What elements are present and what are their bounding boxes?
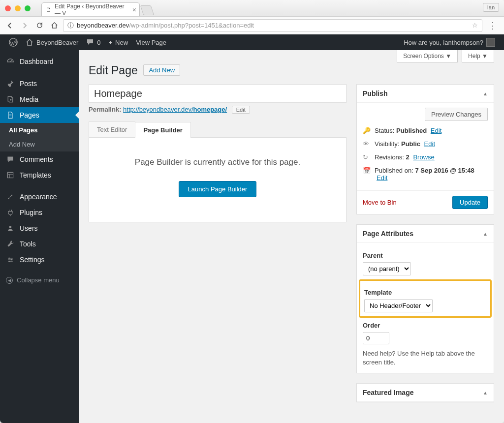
menu-posts[interactable]: Posts: [0, 76, 79, 91]
admin-sidebar: Dashboard Posts Media Pages All Pages Ad…: [0, 50, 79, 423]
screen-options-button[interactable]: Screen Options ▼: [397, 50, 458, 62]
move-to-bin-link[interactable]: Move to Bin: [363, 199, 397, 206]
order-input[interactable]: [363, 332, 389, 344]
menu-plugins[interactable]: Plugins: [0, 205, 79, 220]
browser-menu-icon[interactable]: ⋮: [485, 20, 500, 31]
revisions-browse-link[interactable]: Browse: [413, 153, 434, 161]
plus-icon: +: [109, 39, 113, 46]
svg-point-6: [9, 261, 10, 262]
back-button[interactable]: [4, 20, 16, 31]
menu-appearance[interactable]: Appearance: [0, 189, 79, 205]
url-host: beyondbeaver.dev: [77, 22, 129, 29]
svg-point-1: [10, 99, 11, 100]
menu-media[interactable]: Media: [0, 91, 79, 107]
preview-changes-button[interactable]: Preview Changes: [425, 108, 488, 121]
page-attributes-box: Page Attributes ▲ Parent (no parent) Tem…: [356, 224, 494, 373]
close-window-button[interactable]: [5, 5, 11, 11]
site-name[interactable]: BeyondBeaver: [22, 34, 82, 50]
window-controls: [5, 5, 31, 11]
wp-logo[interactable]: [5, 34, 22, 50]
collapse-icon: ◀: [6, 277, 13, 284]
launch-page-builder-button[interactable]: Launch Page Builder: [179, 181, 257, 197]
publish-box-title[interactable]: Publish ▲: [357, 85, 494, 103]
pin-icon: [6, 80, 15, 88]
page-heading: Edit Page: [89, 64, 138, 77]
key-icon: 🔑: [363, 127, 371, 134]
maximize-window-button[interactable]: [25, 5, 31, 11]
reload-button[interactable]: [33, 20, 45, 31]
title-input[interactable]: [89, 84, 346, 103]
menu-comments[interactable]: Comments: [0, 151, 79, 167]
tab-title: Edit Page ‹ BeyondBeaver — V: [55, 3, 127, 17]
chevron-up-icon: ▲: [483, 390, 488, 395]
tab-page-builder[interactable]: Page Builder: [135, 122, 190, 138]
collapse-menu[interactable]: ◀ Collapse menu: [0, 272, 79, 288]
forward-button[interactable]: [19, 20, 31, 31]
menu-dashboard[interactable]: Dashboard: [0, 53, 79, 70]
user-icon: [6, 224, 15, 232]
submenu-add-new[interactable]: Add New: [0, 137, 79, 151]
url-path: /wp-admin/post.php?post=1451&action=edit: [129, 22, 254, 29]
visibility-row: 👁 Visibility: Public Edit: [363, 137, 488, 151]
update-button[interactable]: Update: [452, 196, 488, 209]
url-bar: ⓘ beyondbeaver.dev/wp-admin/post.php?pos…: [0, 17, 504, 34]
parent-label: Parent: [363, 252, 488, 259]
svg-point-5: [11, 259, 12, 260]
comment-icon: [6, 155, 15, 163]
editor-tabs: Text Editor Page Builder: [89, 121, 346, 138]
featured-image-title[interactable]: Featured Image ▲: [357, 384, 494, 402]
close-tab-icon[interactable]: ×: [132, 6, 136, 14]
new-content[interactable]: + New: [105, 34, 132, 50]
calendar-icon: 📅: [363, 167, 371, 174]
templates-icon: [6, 171, 15, 179]
permalink-edit-button[interactable]: Edit: [232, 106, 250, 114]
view-page-link[interactable]: View Page: [132, 34, 170, 50]
page-attributes-title[interactable]: Page Attributes ▲: [357, 225, 494, 243]
menu-templates[interactable]: Templates: [0, 167, 79, 183]
menu-users[interactable]: Users: [0, 220, 79, 236]
media-icon: [6, 95, 15, 103]
permalink-link[interactable]: http://beyondbeaver.dev/homepage/: [123, 106, 227, 113]
help-button[interactable]: Help ▼: [462, 50, 494, 62]
minimize-window-button[interactable]: [15, 5, 21, 11]
published-edit-link[interactable]: Edit: [377, 174, 387, 181]
chevron-up-icon: ▲: [483, 91, 488, 96]
submenu-all-pages[interactable]: All Pages: [0, 123, 79, 137]
bookmark-icon[interactable]: ☆: [472, 22, 478, 29]
settings-icon: [6, 256, 15, 264]
comments-bubble[interactable]: 0: [82, 34, 104, 50]
user-greeting[interactable]: How are you, ianthompson?: [400, 38, 499, 47]
new-tab-button[interactable]: [140, 5, 154, 15]
avatar: [486, 38, 495, 47]
svg-point-4: [8, 258, 9, 259]
page-icon: [6, 111, 15, 119]
template-highlight: Template No Header/Footer: [359, 279, 492, 318]
menu-tools[interactable]: Tools: [0, 236, 79, 252]
parent-select[interactable]: (no parent): [363, 262, 411, 275]
menu-settings[interactable]: Settings: [0, 252, 79, 268]
menu-pages[interactable]: Pages: [0, 107, 79, 123]
titlebar: 🗋 Edit Page ‹ BeyondBeaver — V × Ian: [0, 0, 504, 17]
home-button[interactable]: [48, 20, 60, 31]
wrench-icon: [6, 240, 15, 248]
publish-box: Publish ▲ Preview Changes 🔑 Status: Publ…: [356, 84, 494, 214]
tab-text-editor[interactable]: Text Editor: [89, 121, 135, 137]
chevron-up-icon: ▲: [483, 231, 488, 237]
address-bar[interactable]: ⓘ beyondbeaver.dev/wp-admin/post.php?pos…: [63, 19, 482, 32]
template-select[interactable]: No Header/Footer: [364, 299, 433, 312]
home-icon: [26, 38, 33, 46]
svg-rect-2: [7, 172, 13, 178]
browser-profile[interactable]: Ian: [483, 3, 499, 12]
published-row: 📅 Published on: 7 Sep 2016 @ 15:48Edit: [363, 164, 488, 184]
dashboard-icon: [6, 57, 15, 66]
status-row: 🔑 Status: Published Edit: [363, 124, 488, 137]
status-edit-link[interactable]: Edit: [431, 127, 441, 134]
add-new-button[interactable]: Add New: [143, 64, 180, 76]
attributes-help: Need help? Use the Help tab above the sc…: [363, 349, 488, 367]
browser-tab[interactable]: 🗋 Edit Page ‹ BeyondBeaver — V ×: [41, 2, 140, 16]
builder-message: Page Builder is currently active for thi…: [99, 157, 336, 167]
svg-point-3: [9, 226, 12, 228]
revisions-row: ↻ Revisions: 2 Browse: [363, 151, 488, 164]
editor-body: Page Builder is currently active for thi…: [89, 138, 346, 222]
visibility-edit-link[interactable]: Edit: [424, 140, 435, 148]
